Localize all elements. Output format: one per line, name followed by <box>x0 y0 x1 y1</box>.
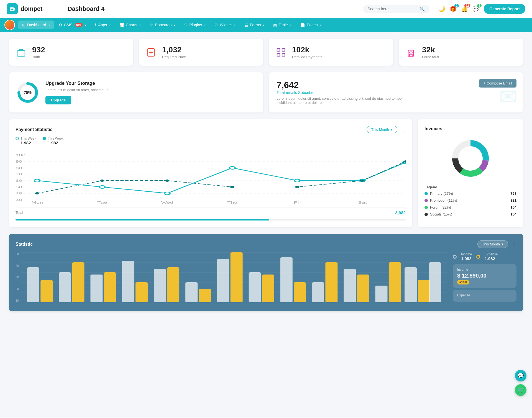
income-label: Income <box>461 252 472 256</box>
fab-group: 💬 🛒 <box>515 370 526 396</box>
star-icon: ☆ <box>150 23 153 27</box>
nav-bootstrap-label: Bootstrap <box>155 23 172 27</box>
nav-item-dashboard[interactable]: ⊞ Dashboard ▾ <box>18 20 54 29</box>
svg-point-43 <box>230 186 234 188</box>
middle-row: 75% Upgrade Your Storage Lorem ipsum dol… <box>9 72 523 112</box>
svg-point-35 <box>165 192 170 195</box>
nav-item-pages[interactable]: 📄 Pages ▾ <box>296 20 325 29</box>
income-box: Income $ 12,890,00 +15% <box>453 264 516 288</box>
nav-charts-label: Charts <box>126 23 137 27</box>
svg-rect-78 <box>249 272 261 302</box>
progress-bar <box>16 219 406 220</box>
promotion-color-dot <box>424 199 428 202</box>
briefcase-icon <box>14 46 28 59</box>
nav-item-forms[interactable]: 🖨 Forms ▾ <box>241 20 268 29</box>
statistic-this-month-button[interactable]: This Month ▾ <box>477 240 508 248</box>
table-icon: ▦ <box>273 23 277 27</box>
expense-label: Expense <box>485 252 498 256</box>
promotion-label: Promotion (11%) <box>430 198 457 202</box>
grid-icon: ⊞ <box>22 23 25 27</box>
forum-value: 154 <box>510 205 516 209</box>
svg-point-34 <box>99 186 105 188</box>
moon-toggle[interactable]: 🌙 <box>438 6 445 12</box>
primary-label: Primary (27%) <box>430 191 453 196</box>
chat-fab[interactable]: 💬 <box>515 370 526 381</box>
svg-text:Thu: Thu <box>227 201 237 204</box>
this-month-button[interactable]: This Month ▾ <box>367 126 397 133</box>
stat-card-force: 32k Force tariff <box>399 39 523 66</box>
svg-text:70: 70 <box>16 173 22 176</box>
svg-text:100: 100 <box>16 153 25 157</box>
legend-this-week-2: This Week 1.982 <box>43 137 63 145</box>
y-label-10: 10 <box>16 299 19 302</box>
statistic-title: Statistic <box>16 242 33 247</box>
income-expense-row: Income 1.982 Expense 1.982 <box>453 252 516 261</box>
svg-rect-84 <box>344 269 356 302</box>
svg-rect-73 <box>167 267 179 302</box>
nav-item-charts[interactable]: 📊 Charts ▾ <box>116 20 145 29</box>
svg-text:Mon: Mon <box>31 201 43 204</box>
upgrade-button[interactable]: Upgrade <box>45 96 71 104</box>
bell-icon[interactable]: 🔔12 <box>461 6 468 12</box>
nav-table-label: Table <box>278 23 288 27</box>
this-month-label: This Month <box>371 127 389 132</box>
svg-rect-1 <box>11 7 13 8</box>
chevron-down-icon: ▾ <box>85 24 86 27</box>
invoices-header: Invoices ⋮ <box>424 126 516 132</box>
cart-fab[interactable]: 🛒 <box>515 384 526 396</box>
payment-legend: This Week 1.982 This Week 1.982 <box>16 137 406 145</box>
total-label: Total <box>16 211 23 215</box>
gift-badge: 2 <box>454 4 459 7</box>
storage-card: 75% Upgrade Your Storage Lorem ipsum dol… <box>9 72 263 112</box>
svg-text:Tue: Tue <box>97 201 107 204</box>
primary-value: 763 <box>510 191 516 196</box>
statistic-more-icon[interactable]: ⋮ <box>511 241 516 247</box>
svg-rect-77 <box>231 252 243 302</box>
svg-rect-82 <box>312 282 324 302</box>
svg-rect-90 <box>429 262 441 302</box>
chat-icon[interactable]: 💬5 <box>472 6 479 12</box>
generate-report-button[interactable]: Generate Report <box>484 4 525 14</box>
search-icon[interactable]: 🔍 <box>420 6 425 12</box>
nav-item-bootstrap[interactable]: ☆ Bootstrap ▾ <box>146 20 179 29</box>
widget-icon: ♡ <box>214 23 218 27</box>
income-box-label: Income <box>457 268 512 271</box>
chevron-down-icon: ▾ <box>48 24 50 27</box>
svg-rect-66 <box>59 272 71 302</box>
header: dompet Dashboard 4 🔍 🌙 🎁2 🔔12 💬5 Generat… <box>0 0 532 18</box>
gift-icon[interactable]: 🎁2 <box>450 6 457 12</box>
nav-item-cms[interactable]: ⚙ CMS New ▾ <box>55 20 90 29</box>
svg-text:Wed: Wed <box>161 201 173 204</box>
search-input[interactable] <box>367 7 417 11</box>
price-label: Required Price <box>162 55 186 59</box>
storage-info: Upgrade Your Storage Lorem ipsum dolor s… <box>45 81 109 104</box>
nav-item-widget[interactable]: ♡ Widget ▾ <box>211 20 239 29</box>
user-avatar <box>4 20 15 30</box>
income-item: Income 1.982 <box>461 252 472 261</box>
nav-forms-label: Forms <box>250 23 261 27</box>
nav-item-apps[interactable]: ℹ Apps ▾ <box>91 20 114 29</box>
svg-rect-88 <box>405 267 417 302</box>
more-options-icon[interactable]: ⋮ <box>401 127 406 133</box>
file-plus-icon <box>144 46 158 59</box>
svg-rect-74 <box>185 282 198 302</box>
invoices-more-icon[interactable]: ⋮ <box>511 126 516 132</box>
forum-label: Forum (22%) <box>430 205 451 209</box>
tariff-value: 932 <box>32 45 45 54</box>
svg-rect-87 <box>389 262 401 302</box>
svg-text:40: 40 <box>16 192 22 195</box>
chevron-down-icon: ▾ <box>502 242 503 246</box>
total-value: 3,982 <box>395 210 406 215</box>
svg-rect-9 <box>282 48 285 51</box>
nav-item-table[interactable]: ▦ Table ▾ <box>269 20 295 29</box>
stat-y-axis: 50 40 30 20 10 <box>16 252 19 302</box>
invoices-donut-chart <box>448 136 493 181</box>
income-dot <box>453 255 457 259</box>
email-card: + Compose Email 7,642 Total emails Subcr… <box>269 72 523 112</box>
payment-header: Payment Statistic This Month ▾ ⋮ <box>16 126 406 133</box>
legend-value-2: 1.982 <box>48 140 63 145</box>
svg-rect-10 <box>277 53 280 56</box>
nav-item-plugins[interactable]: ♡ Plugins ▾ <box>180 20 209 29</box>
svg-rect-70 <box>122 261 134 302</box>
email-subtitle: Total emails Subcriber. <box>277 90 515 95</box>
